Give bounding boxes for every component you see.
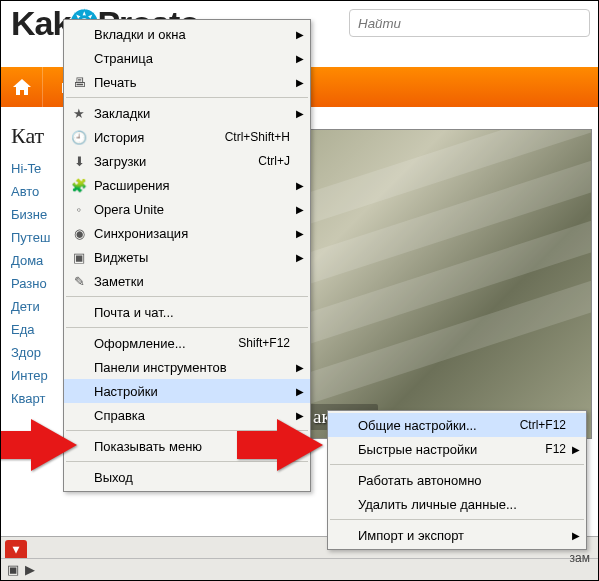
menu-label: Заметки — [88, 274, 290, 289]
chevron-right-icon: ▶ — [296, 77, 304, 88]
chevron-right-icon: ▶ — [572, 530, 580, 541]
chevron-right-icon: ▶ — [296, 53, 304, 64]
menu-icon: 🕘 — [70, 130, 88, 145]
sub-menu-item-3[interactable]: Работать автономно — [328, 468, 586, 492]
menu-label: История — [88, 130, 225, 145]
menu-label: Работать автономно — [352, 473, 566, 488]
menu-separator — [66, 327, 308, 328]
menu-separator — [330, 464, 584, 465]
main-menu-item-15[interactable]: Оформление...Shift+F12 — [64, 331, 310, 355]
menu-separator — [66, 97, 308, 98]
chevron-right-icon: ▶ — [572, 444, 580, 455]
menu-label: Печать — [88, 75, 290, 90]
menu-label: Настройки — [88, 384, 290, 399]
menu-icon: ▣ — [70, 250, 88, 265]
menu-icon: ◦ — [70, 202, 88, 217]
main-menu-item-9[interactable]: ◉Синхронизация▶ — [64, 221, 310, 245]
logo-text-1: Kak — [11, 4, 70, 42]
menu-label: Загрузки — [88, 154, 258, 169]
main-menu-item-5[interactable]: 🕘ИсторияCtrl+Shift+H — [64, 125, 310, 149]
menu-label: Оформление... — [88, 336, 238, 351]
chevron-right-icon: ▶ — [296, 108, 304, 119]
main-menu-item-22[interactable]: Выход — [64, 465, 310, 489]
menu-icon: ✎ — [70, 274, 88, 289]
main-menu-item-18[interactable]: Справка▶ — [64, 403, 310, 427]
menu-label: Расширения — [88, 178, 290, 193]
search-input[interactable] — [349, 9, 590, 37]
page-note: зам — [570, 551, 590, 565]
main-menu-item-1[interactable]: Страница▶ — [64, 46, 310, 70]
play-icon[interactable]: ▶ — [25, 562, 35, 577]
home-button[interactable] — [1, 67, 43, 107]
menu-label: Быстрые настройки — [352, 442, 545, 457]
chevron-right-icon: ▶ — [296, 252, 304, 263]
main-menu-item-8[interactable]: ◦Opera Unite▶ — [64, 197, 310, 221]
menu-icon: 🧩 — [70, 178, 88, 193]
sub-menu-item-4[interactable]: Удалить личные данные... — [328, 492, 586, 516]
guide-arrow — [31, 419, 77, 471]
main-menu-item-17[interactable]: Настройки▶ — [64, 379, 310, 403]
menu-shortcut: Ctrl+Shift+H — [225, 130, 290, 144]
menu-separator — [330, 519, 584, 520]
main-menu-item-2[interactable]: 🖶Печать▶ — [64, 70, 310, 94]
menu-icon: ⬇ — [70, 154, 88, 169]
menu-label: Удалить личные данные... — [352, 497, 566, 512]
main-menu-item-13[interactable]: Почта и чат... — [64, 300, 310, 324]
menu-label: Синхронизация — [88, 226, 290, 241]
main-menu-item-10[interactable]: ▣Виджеты▶ — [64, 245, 310, 269]
menu-label: Импорт и экспорт — [352, 528, 566, 543]
sub-menu-item-6[interactable]: Импорт и экспорт▶ — [328, 523, 586, 547]
menu-label: Opera Unite — [88, 202, 290, 217]
menu-label: Панели инструментов — [88, 360, 290, 375]
main-menu-item-4[interactable]: ★Закладки▶ — [64, 101, 310, 125]
menu-shortcut: Ctrl+F12 — [520, 418, 566, 432]
chevron-right-icon: ▶ — [296, 362, 304, 373]
chevron-right-icon: ▶ — [296, 386, 304, 397]
main-menu-item-16[interactable]: Панели инструментов▶ — [64, 355, 310, 379]
menu-separator — [66, 461, 308, 462]
menu-shortcut: Ctrl+J — [258, 154, 290, 168]
menu-shortcut: Shift+F12 — [238, 336, 290, 350]
menu-icon: 🖶 — [70, 75, 88, 90]
menu-label: Виджеты — [88, 250, 290, 265]
guide-arrow — [277, 419, 323, 471]
menu-label: Почта и чат... — [88, 305, 290, 320]
menu-shortcut: F12 — [545, 442, 566, 456]
main-menu-item-6[interactable]: ⬇ЗагрузкиCtrl+J — [64, 149, 310, 173]
chevron-right-icon: ▶ — [296, 204, 304, 215]
menu-label: Вкладки и окна — [88, 27, 290, 42]
main-menu-item-11[interactable]: ✎Заметки — [64, 269, 310, 293]
menu-label: Общие настройки... — [352, 418, 520, 433]
chevron-right-icon: ▶ — [296, 180, 304, 191]
chevron-right-icon: ▶ — [296, 228, 304, 239]
settings-submenu: Общие настройки...Ctrl+F12Быстрые настро… — [327, 410, 587, 550]
menu-separator — [66, 296, 308, 297]
home-icon — [13, 79, 31, 95]
sub-menu-item-1[interactable]: Быстрые настройкиF12▶ — [328, 437, 586, 461]
opera-main-menu: Вкладки и окна▶Страница▶🖶Печать▶★Закладк… — [63, 19, 311, 492]
main-menu-item-7[interactable]: 🧩Расширения▶ — [64, 173, 310, 197]
menu-icon: ★ — [70, 106, 88, 121]
chevron-right-icon: ▶ — [296, 29, 304, 40]
menu-label: Страница — [88, 51, 290, 66]
opera-menu-button[interactable]: ▾ — [5, 540, 27, 558]
menu-label: Выход — [88, 470, 290, 485]
menu-label: Закладки — [88, 106, 290, 121]
menu-label: Справка — [88, 408, 290, 423]
panel-icon[interactable]: ▣ — [7, 562, 19, 577]
sub-menu-item-0[interactable]: Общие настройки...Ctrl+F12 — [328, 413, 586, 437]
menu-icon: ◉ — [70, 226, 88, 241]
main-menu-item-0[interactable]: Вкладки и окна▶ — [64, 22, 310, 46]
